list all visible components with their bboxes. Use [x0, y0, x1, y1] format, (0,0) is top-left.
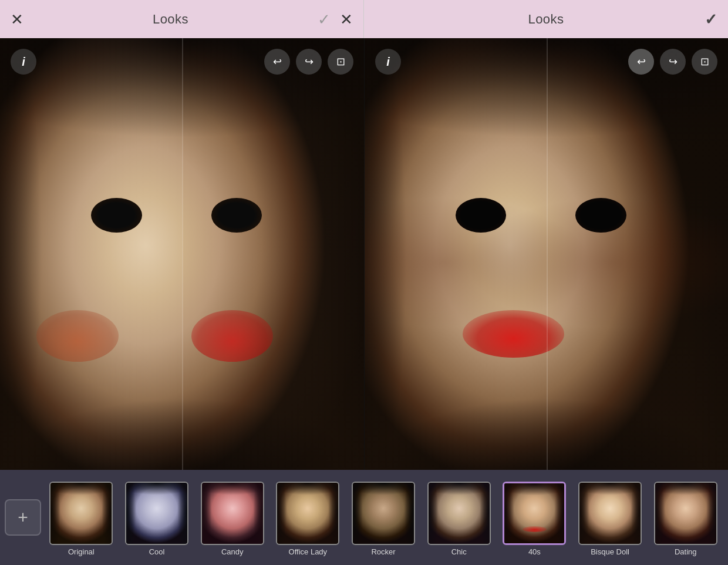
filter-item-cool[interactable]: Cool: [119, 477, 195, 559]
redo-button-right[interactable]: ↪: [660, 49, 686, 75]
eye-left-right: [456, 198, 507, 233]
split-line-left: [182, 38, 183, 470]
filter-label-original: Original: [68, 547, 95, 556]
filter-label-bisque-doll: Bisque Doll: [591, 547, 629, 556]
filter-item-bisque-doll[interactable]: Bisque Doll: [572, 477, 648, 559]
compare-button-right[interactable]: ⊡: [692, 49, 717, 75]
filter-thumb-bisque-doll: [578, 482, 642, 545]
edit-controls-left: ↩ ↪ ⊡: [264, 49, 353, 75]
filter-label-chic: Chic: [451, 547, 467, 556]
thumb-dating: [655, 483, 716, 544]
eye-right-left: [211, 198, 262, 233]
thumb-chic: [429, 483, 490, 544]
filter-label-dating: Dating: [675, 547, 697, 556]
filter-label-office-lady: Office Lady: [289, 547, 328, 556]
info-button-left[interactable]: i: [11, 49, 36, 75]
filter-items: Original Cool Candy Office Lady: [43, 477, 723, 559]
filter-item-dating[interactable]: Dating: [648, 477, 723, 559]
redo-button-left[interactable]: ↪: [296, 49, 322, 75]
top-bars: ✕ Looks ✓ ✕ ✕ Looks ✓: [0, 0, 728, 38]
check-button-left[interactable]: ✓: [318, 12, 331, 27]
photo-left: [0, 38, 364, 470]
cancel-button-left[interactable]: ✕: [11, 12, 23, 27]
add-filter-button[interactable]: +: [5, 499, 41, 536]
top-bar-right: ✕ Looks ✓: [364, 0, 728, 38]
confirm-button-right[interactable]: ✓: [705, 12, 717, 27]
header-title-right: Looks: [528, 12, 564, 27]
header-actions-left: ✓ ✕: [318, 12, 353, 27]
compare-button-left[interactable]: ⊡: [328, 49, 353, 75]
undo-button-right[interactable]: ↩: [628, 49, 654, 75]
filter-thumb-original: [49, 482, 113, 545]
split-line-right: [547, 38, 548, 470]
thumb-rocker: [353, 483, 414, 544]
filter-item-candy[interactable]: Candy: [194, 477, 270, 559]
filter-item-original[interactable]: Original: [43, 477, 119, 559]
filter-label-candy: Candy: [221, 547, 244, 556]
info-button-right[interactable]: i: [375, 49, 401, 75]
filter-thumb-40s: [503, 482, 566, 545]
filter-thumb-cool: [125, 482, 188, 545]
filter-item-rocker[interactable]: Rocker: [346, 477, 422, 559]
photo-panel-right: i ↩ ↪ ⊡: [364, 38, 728, 470]
thumb-40s: [504, 483, 564, 543]
thumb-original: [50, 483, 112, 544]
top-bar-left: ✕ Looks ✓ ✕: [0, 0, 364, 38]
filter-label-40s: 40s: [528, 547, 541, 556]
overlay-controls-left: i ↩ ↪ ⊡: [11, 49, 353, 75]
bottom-strip: + Original Cool Candy: [0, 470, 728, 565]
filter-thumb-candy: [201, 482, 264, 545]
filter-label-cool: Cool: [149, 547, 165, 556]
filter-item-office-lady[interactable]: Office Lady: [270, 477, 346, 559]
filter-item-chic[interactable]: Chic: [421, 477, 497, 559]
filter-label-rocker: Rocker: [371, 547, 395, 556]
plus-icon: +: [18, 507, 28, 527]
photo-panel-left: i ↩ ↪ ⊡: [0, 38, 364, 470]
filter-thumb-chic: [427, 482, 491, 545]
filter-thumb-dating: [654, 482, 717, 545]
photo-right: [365, 38, 728, 470]
header-title-left: Looks: [153, 12, 188, 27]
thumb-office-lady: [277, 483, 338, 544]
thumb-bisque-doll: [579, 483, 641, 544]
undo-button-left[interactable]: ↩: [264, 49, 290, 75]
thumb-candy: [202, 483, 263, 544]
filter-thumb-office-lady: [276, 482, 339, 545]
eye-left-left: [91, 198, 142, 233]
dismiss-button-left[interactable]: ✕: [340, 12, 353, 27]
main-content: i ↩ ↪ ⊡: [0, 38, 728, 470]
eye-right-right: [575, 198, 626, 233]
overlay-controls-right: i ↩ ↪ ⊡: [375, 49, 717, 75]
thumb-cool: [126, 483, 187, 544]
filter-item-40s[interactable]: 40s: [497, 477, 572, 559]
edit-controls-right: ↩ ↪ ⊡: [628, 49, 717, 75]
filter-thumb-rocker: [352, 482, 415, 545]
